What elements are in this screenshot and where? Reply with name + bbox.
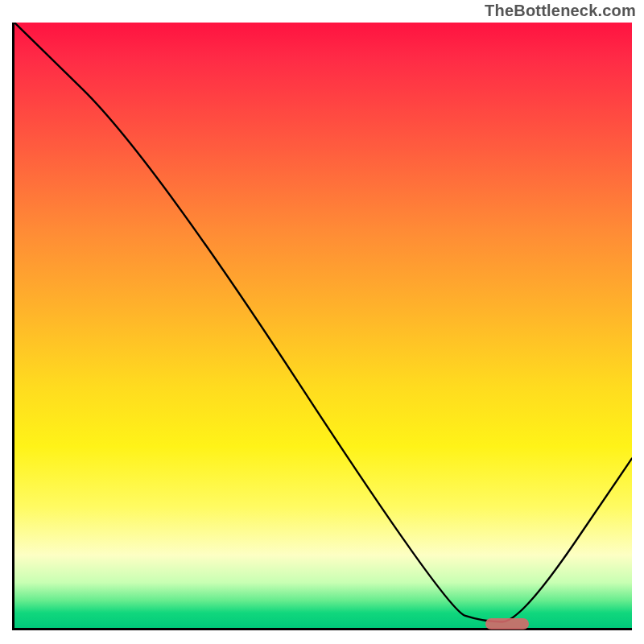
min-marker	[485, 618, 529, 630]
bottleneck-curve	[14, 23, 632, 628]
chart-plot-area	[12, 23, 632, 630]
watermark-text: TheBottleneck.com	[485, 2, 636, 20]
chart-stage: TheBottleneck.com	[0, 0, 644, 644]
